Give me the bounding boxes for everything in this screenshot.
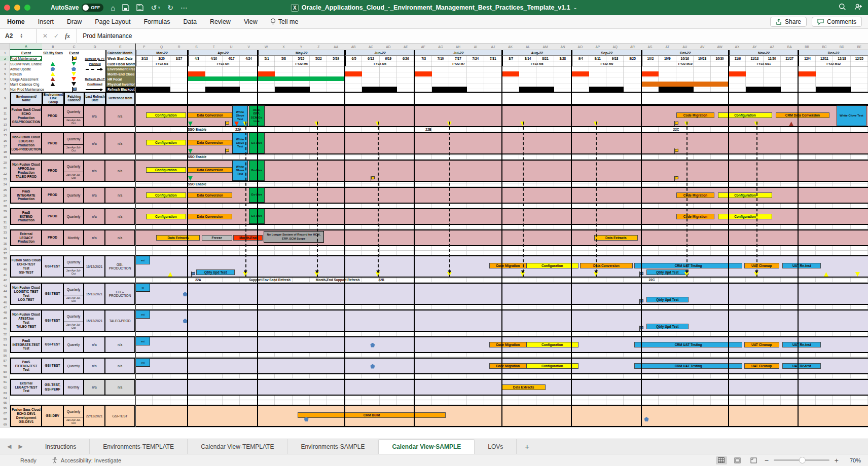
row-header-40[interactable]: 40 — [0, 266, 10, 272]
gantt-bar-crm-uat-testing[interactable]: CRM UAT Testing — [634, 263, 742, 268]
confirm-entry-icon[interactable]: ✓ — [54, 32, 59, 40]
gantt-bar-crm-uat-testing[interactable]: CRM UAT Testing — [634, 363, 742, 369]
env-last-refresh[interactable]: 15/12/2021 — [84, 283, 105, 305]
document-title[interactable]: Oracle_Applications_Cloud_-_Environment_… — [302, 4, 570, 11]
row-header-7[interactable]: 7 — [0, 82, 10, 87]
row-header-8[interactable]: 8 — [0, 87, 10, 92]
search-icon[interactable] — [839, 3, 846, 12]
row-header-55[interactable]: 55 — [0, 347, 10, 353]
env-cadence[interactable]: Monthly — [64, 379, 84, 396]
env-last-refresh[interactable]: n/a — [84, 336, 105, 353]
sheet-tab-lovs[interactable]: LOVs — [475, 439, 517, 454]
env-name[interactable]: PaaSEXTEND-TESTTest — [10, 358, 42, 374]
env-link-group[interactable]: GSI-TEST,GSI-PERF — [42, 379, 64, 396]
env-refreshed-from[interactable]: TALEO-PROD — [105, 309, 135, 332]
env-refreshed-from[interactable]: n/a — [105, 229, 135, 246]
env-name[interactable]: Fusion SaaS CloudECHOProductionGSI-PRODU… — [10, 105, 42, 127]
col-header-AV[interactable]: AV — [694, 44, 711, 50]
row-header-9[interactable]: 9 — [0, 92, 10, 105]
env-refreshed-from[interactable]: GSI-PRODUCTION — [105, 255, 135, 278]
row-header-39[interactable]: 39 — [0, 261, 10, 266]
gantt-bar-code-migration[interactable]: Code Migration — [489, 263, 526, 268]
gantt-note[interactable]: No Longer System of Record for HCM, ERP,… — [264, 231, 324, 243]
save-as-icon[interactable] — [136, 0, 143, 15]
gantt-bar-data-extracts[interactable]: Data Extracts — [502, 384, 546, 390]
row-header-61[interactable]: 61 — [0, 379, 10, 384]
gantt-bar-qtrly-upd-test[interactable]: Qtrly Upd Test — [196, 269, 235, 275]
row-header-12[interactable]: 12 — [0, 116, 10, 122]
row-header-22[interactable]: 22 — [0, 171, 10, 176]
env-last-refresh[interactable]: 22/12/2021 — [84, 405, 105, 427]
env-cadence[interactable]: QuarterlyJan-Apr-Jul-Oct — [64, 160, 84, 182]
env-link-group[interactable]: PROD — [42, 208, 64, 225]
accessibility-status[interactable]: Accessibility: Investigate — [52, 457, 121, 463]
col-header-AJ[interactable]: AJ — [484, 44, 501, 50]
share-button[interactable]: Share — [770, 17, 807, 27]
name-box[interactable]: A2 ▲▼ — [0, 29, 37, 44]
env-last-refresh[interactable]: n/a — [84, 208, 105, 225]
row-header-11[interactable]: 11 — [0, 110, 10, 116]
col-header-AT[interactable]: AT — [659, 44, 676, 50]
row-header-46[interactable]: 46 — [0, 299, 10, 305]
row-header-63[interactable]: 63 — [0, 390, 10, 396]
col-header-R[interactable]: R — [170, 44, 188, 50]
row-header-65[interactable]: 65 — [0, 400, 10, 405]
env-refreshed-from[interactable]: n/a — [105, 208, 135, 225]
minimize-window-button[interactable] — [14, 5, 20, 11]
col-header-BD[interactable]: BD — [833, 44, 850, 50]
row-header-6[interactable]: 6 — [0, 76, 10, 82]
col-header-BE[interactable]: BE — [851, 44, 868, 50]
gantt-bar-code-migration[interactable]: Code Migration — [489, 363, 526, 369]
env-name[interactable]: ExternalLEGACYProduction — [10, 229, 42, 246]
gantt-bar-qtrly-upd-test[interactable]: Qtrly Upd Test — [646, 324, 689, 329]
gantt-bar-uat-cleanup[interactable]: UAT Cleanup — [744, 363, 779, 369]
col-header-A[interactable]: A — [10, 44, 42, 50]
insert-function-icon[interactable]: fx — [65, 32, 70, 40]
col-header-AI[interactable]: AI — [467, 44, 484, 50]
gantt-bar-data-conversion[interactable]: Data Conversion — [188, 140, 232, 145]
row-header-38[interactable]: 38 — [0, 255, 10, 261]
gantt-bar-configuration[interactable]: Configuration — [718, 192, 772, 198]
gantt-bar-configuration[interactable]: Configuration — [146, 214, 186, 219]
gantt-bar-month-end[interactable]: Month-End — [233, 235, 263, 241]
env-cadence[interactable]: QuarterlyJan-Apr-Jul-Oct — [64, 105, 84, 127]
env-last-refresh[interactable]: n/a — [84, 132, 105, 154]
env-name[interactable]: Non-Fusion CloudAPROD.teeProductionTALEO… — [10, 160, 42, 182]
row-header-17[interactable]: 17 — [0, 143, 10, 149]
env-last-refresh[interactable]: n/a — [84, 105, 105, 127]
gantt-stub[interactable]: est — [135, 337, 150, 345]
env-link-group[interactable]: PROD — [42, 132, 64, 154]
env-refreshed-from[interactable]: n/a — [105, 187, 135, 204]
gantt-bar-data-extracts[interactable]: Data Extracts — [594, 235, 638, 241]
col-header-AS[interactable]: AS — [641, 44, 659, 50]
col-header-P[interactable]: P — [135, 44, 153, 50]
env-link-group[interactable]: GSI-TEST — [42, 255, 64, 278]
env-name[interactable]: PaaSINTEGRATEProduction — [10, 187, 42, 204]
env-link-group[interactable]: GSI-TEST — [42, 358, 64, 374]
env-link-group[interactable]: PROD — [42, 229, 64, 246]
col-header-AC[interactable]: AC — [362, 44, 379, 50]
row-header-60[interactable]: 60 — [0, 374, 10, 379]
env-link-group[interactable]: GSI-DEV — [42, 405, 64, 427]
env-link-group[interactable]: PROD — [42, 187, 64, 204]
menu-data[interactable]: Data — [176, 18, 203, 25]
gantt-bar-uat-cleanup[interactable]: UAT Cleanup — [744, 342, 779, 347]
home-icon[interactable]: ⌂ — [111, 0, 115, 15]
row-header-68[interactable]: 68 — [0, 416, 10, 421]
gantt-bar-data-conversion[interactable]: Data Conversion — [580, 263, 632, 268]
gantt-bar-configuration[interactable]: Configuration — [718, 214, 772, 219]
gantt-bar-freeze[interactable]: Freeze — [202, 235, 232, 241]
gantt-bar-data-conversion[interactable]: Data Conversion — [188, 192, 232, 198]
col-header-T[interactable]: T — [205, 44, 223, 50]
sheet-tab-environments-sample[interactable]: Environments-SAMPLE — [287, 439, 378, 454]
env-last-refresh[interactable]: n/a — [84, 187, 105, 204]
next-sheet-icon[interactable]: ▶ — [18, 443, 22, 450]
col-header-AR[interactable]: AR — [624, 44, 641, 50]
env-link-group[interactable]: GSI-TEST — [42, 283, 64, 305]
gantt-bar-data-conversion[interactable]: Data Conversion — [188, 214, 232, 219]
row-header-45[interactable]: 45 — [0, 294, 10, 299]
sheet-tab-environments-template[interactable]: Environments-TEMPLATE — [90, 439, 188, 454]
row-header-13[interactable]: 13 — [0, 122, 10, 127]
gantt-bar-data-conversion[interactable]: Data Conversion — [188, 167, 232, 173]
env-cadence[interactable]: QuarterlyJan-Apr-Jul-Oct — [64, 309, 84, 332]
